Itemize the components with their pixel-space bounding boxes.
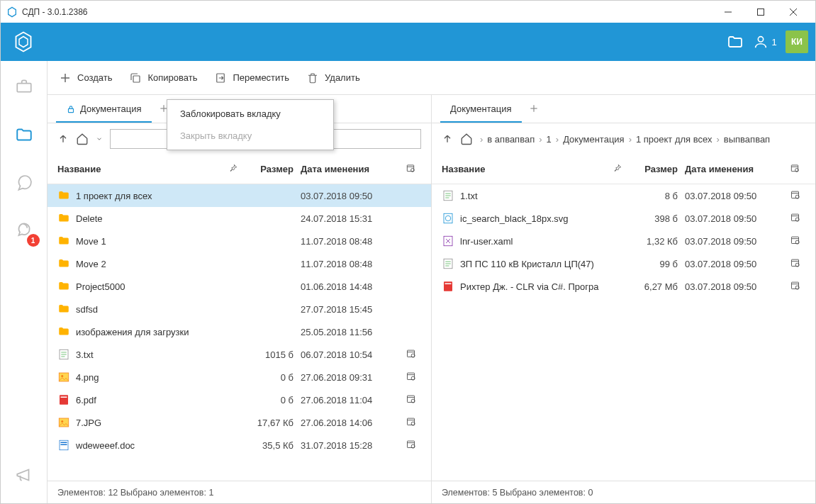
left-tabs: Документация Заблокировать вкладку Закры… <box>47 95 431 123</box>
table-row[interactable]: lnr-user.xaml1,32 Кб03.07.2018 09:50 <box>432 230 815 252</box>
row-date: 11.07.2018 08:48 <box>301 259 400 269</box>
svg-rect-26 <box>59 373 69 381</box>
minimize-button[interactable] <box>712 1 744 23</box>
table-row[interactable]: Delete24.07.2018 15:31 <box>47 207 431 230</box>
row-cal-icon[interactable] <box>784 212 805 225</box>
sidebar-briefcase[interactable] <box>10 72 38 101</box>
table-row[interactable]: 3.txt1015 б06.07.2018 10:54 <box>47 343 431 366</box>
user-count: 1 <box>771 37 776 47</box>
row-name: 7.JPG <box>76 418 244 428</box>
row-name: wdeweeef.doc <box>76 440 244 451</box>
crumb-item[interactable]: 1 проект для всех <box>636 134 712 145</box>
sidebar-announce[interactable] <box>10 461 38 489</box>
crumb-item[interactable]: 1 <box>547 134 552 145</box>
svg-rect-2 <box>758 9 764 15</box>
col-size[interactable]: Размер <box>244 164 301 174</box>
svg-rect-75 <box>444 281 452 291</box>
table-row[interactable]: sdfsd27.07.2018 15:45 <box>47 298 431 320</box>
pin-icon[interactable] <box>607 163 628 175</box>
sidebar-folder[interactable] <box>10 121 38 149</box>
table-row[interactable]: Move 111.07.2018 08:48 <box>47 230 431 252</box>
sidebar-chat-notify[interactable]: 1 <box>10 217 38 245</box>
context-lock-tab[interactable]: Заблокировать вкладку <box>167 103 333 125</box>
row-cal-icon[interactable] <box>400 371 421 383</box>
row-cal-icon[interactable] <box>400 416 421 429</box>
row-cal-icon[interactable] <box>784 235 805 247</box>
notification-badge: 1 <box>27 234 40 247</box>
sidebar: 1 <box>1 61 47 503</box>
up-icon[interactable] <box>57 133 69 145</box>
row-date: 01.06.2018 14:48 <box>301 281 400 292</box>
right-rows: 1.txt8 б03.07.2018 09:50ic_search_black_… <box>432 184 815 481</box>
table-row[interactable]: 1 проект для всех03.07.2018 09:50 <box>47 184 431 207</box>
svg-point-27 <box>61 375 63 377</box>
right-tab-docs[interactable]: Документация <box>440 96 522 123</box>
toolbar: Создать Копировать Переместить Удалить <box>47 61 815 95</box>
col-date[interactable]: Дата именения <box>685 164 784 174</box>
left-tab-docs[interactable]: Документация <box>56 96 152 123</box>
pin-icon[interactable] <box>223 163 244 175</box>
table-row[interactable]: ЗП ПС 110 кВ Кристалл ЦП(47)99 б03.07.20… <box>432 252 815 275</box>
row-cal-icon[interactable] <box>400 348 421 361</box>
row-cal-icon[interactable] <box>784 189 805 202</box>
svg-rect-8 <box>17 84 31 92</box>
copy-button[interactable]: Копировать <box>129 72 197 84</box>
table-row[interactable]: ic_search_black_18px.svg398 б03.07.2018 … <box>432 207 815 230</box>
row-cal-icon[interactable] <box>400 393 421 406</box>
col-cal-icon[interactable] <box>784 163 805 175</box>
col-date[interactable]: Дата именения <box>301 164 400 174</box>
svg-rect-31 <box>60 395 68 405</box>
chevron-down-icon[interactable] <box>96 135 103 142</box>
row-cal-icon[interactable] <box>784 257 805 270</box>
home-icon[interactable] <box>460 133 473 145</box>
right-add-tab[interactable] <box>522 96 546 123</box>
row-date: 03.07.2018 09:50 <box>685 281 784 292</box>
table-row[interactable]: 7.JPG17,67 Кб27.06.2018 14:06 <box>47 411 431 434</box>
row-date: 03.07.2018 09:50 <box>685 191 784 201</box>
col-name[interactable]: Название <box>442 164 607 174</box>
row-date: 06.07.2018 10:54 <box>301 349 400 360</box>
crumb-item[interactable]: Документация <box>563 134 625 145</box>
left-rows: 1 проект для всех03.07.2018 09:50Delete2… <box>47 184 431 481</box>
row-size: 398 б <box>628 213 685 224</box>
maximize-button[interactable] <box>744 1 777 23</box>
svg-rect-42 <box>61 442 67 444</box>
svg-rect-13 <box>69 108 74 112</box>
table-row[interactable]: Move 211.07.2018 08:48 <box>47 252 431 275</box>
col-name[interactable]: Название <box>57 164 223 174</box>
sidebar-chat[interactable] <box>10 169 38 197</box>
window-title: СДП - 3.0.1.2386 <box>22 7 712 17</box>
crumb-item[interactable]: выпвапвап <box>724 134 770 145</box>
home-icon[interactable] <box>76 133 89 145</box>
up-icon[interactable] <box>442 133 453 145</box>
table-row[interactable]: 4.png0 б27.06.2018 09:31 <box>47 366 431 388</box>
user-button[interactable]: 1 <box>750 27 780 57</box>
table-row[interactable]: Project500001.06.2018 14:48 <box>47 275 431 298</box>
row-size: 1015 б <box>244 349 301 360</box>
col-size[interactable]: Размер <box>628 164 685 174</box>
close-button[interactable] <box>777 1 810 23</box>
table-row[interactable]: Рихтер Дж. - CLR via C#. Програ6,27 Мб03… <box>432 275 815 298</box>
row-name: 3.txt <box>76 349 244 360</box>
table-row[interactable]: 1.txt8 б03.07.2018 09:50 <box>432 184 815 207</box>
table-row[interactable]: 6.pdf0 б27.06.2018 11:04 <box>47 388 431 411</box>
row-name: Move 2 <box>76 259 244 269</box>
row-date: 03.07.2018 09:50 <box>685 259 784 269</box>
table-row[interactable]: изображения для загрузки25.05.2018 11:56 <box>47 320 431 343</box>
row-date: 27.06.2018 09:31 <box>301 372 400 383</box>
row-size: 35,5 Кб <box>244 440 301 451</box>
folder-button[interactable] <box>720 27 750 57</box>
row-cal-icon[interactable] <box>400 439 421 452</box>
delete-button[interactable]: Удалить <box>306 72 360 84</box>
row-cal-icon[interactable] <box>784 280 805 293</box>
col-cal-icon[interactable] <box>400 163 421 175</box>
row-name: Move 1 <box>76 236 244 247</box>
table-row[interactable]: wdeweeef.doc35,5 Кб31.07.2018 15:28 <box>47 434 431 457</box>
row-name: lnr-user.xaml <box>460 236 628 247</box>
avatar[interactable]: КИ <box>786 30 808 53</box>
crumb-item[interactable]: в апвапвап <box>487 134 535 145</box>
svg-rect-76 <box>445 284 452 285</box>
create-button[interactable]: Создать <box>59 72 112 84</box>
move-button[interactable]: Переместить <box>214 72 289 84</box>
row-date: 03.07.2018 09:50 <box>685 236 784 247</box>
